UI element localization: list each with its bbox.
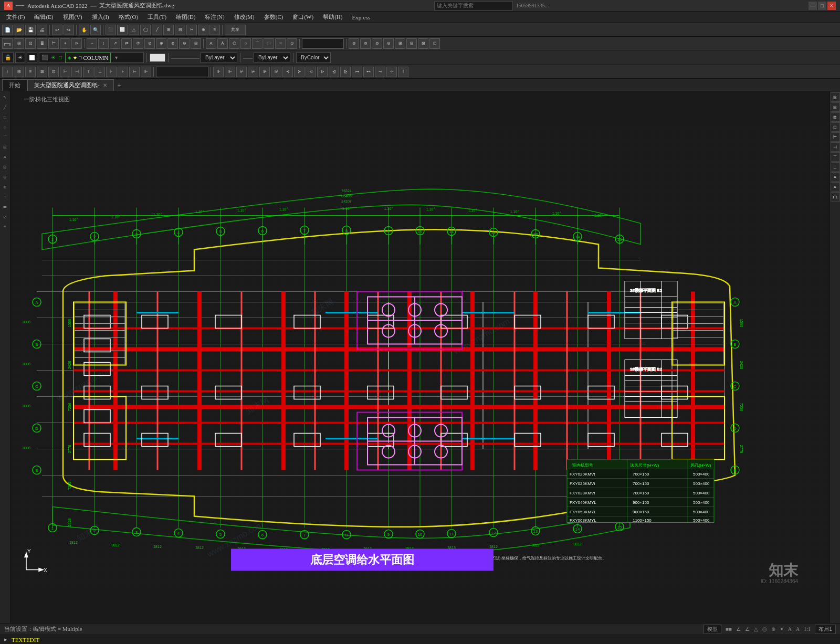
share-button[interactable]: 共享 — [225, 25, 246, 35]
tb2-btn-6[interactable]: ⌖ — [60, 38, 70, 49]
tb3-btn-23[interactable]: ⊳ — [317, 67, 328, 77]
tb2-btn-21[interactable]: ○ — [240, 38, 251, 49]
lt-btn-8[interactable]: ⊟ — [1, 162, 10, 172]
tb2-btn-7[interactable]: ⊳ — [71, 38, 82, 49]
tb3-btn-8[interactable]: ⊤ — [83, 67, 93, 77]
tb-btn-2[interactable]: ⬜ — [117, 25, 128, 35]
tb-btn-9[interactable]: ⊕ — [198, 25, 208, 35]
new-button[interactable]: 📄 — [2, 25, 13, 35]
rt-btn-2[interactable]: ⊟ — [831, 102, 840, 112]
tb-btn-5[interactable]: ╱ — [152, 25, 162, 35]
rt-btn-3[interactable]: ⊠ — [831, 112, 840, 122]
tb2-btn-2[interactable]: ⊞ — [14, 38, 24, 49]
minimize-button[interactable]: — — [808, 2, 817, 10]
menu-window[interactable]: 窗口(W) — [288, 12, 318, 22]
tb3-btn-13[interactable]: ⊩ — [141, 67, 151, 77]
tb2-btn-18[interactable]: A — [206, 38, 216, 49]
rt-btn-10[interactable]: A — [831, 182, 840, 192]
tb2-btn-26[interactable]: ⊛ — [349, 38, 359, 49]
tb3-btn-24[interactable]: ⊴ — [329, 67, 339, 77]
bylayer-lineweight[interactable]: ByLayer — [254, 52, 290, 63]
tb3-btn-28[interactable]: ⊸ — [375, 67, 385, 77]
color-swatch-white[interactable] — [150, 54, 165, 62]
tb2-btn-20[interactable]: ⌬ — [229, 38, 239, 49]
rt-btn-7[interactable]: ⊤ — [831, 152, 840, 162]
pan-button[interactable]: ✋ — [79, 25, 89, 35]
bylayer-linetype[interactable]: ByLayer — [201, 52, 237, 63]
menu-express[interactable]: Express — [348, 13, 374, 22]
tb3-btn-20[interactable]: ⊰ — [282, 67, 293, 77]
tb3-btn-16[interactable]: ⊬ — [236, 67, 247, 77]
tb-btn-8[interactable]: ✂ — [186, 25, 197, 35]
tb2-btn-25[interactable]: ⊙ — [287, 38, 297, 49]
close-button[interactable]: ✕ — [827, 2, 836, 10]
tb2-btn-30[interactable]: ⊞ — [395, 38, 405, 49]
tb2-btn-5[interactable]: ⊢ — [48, 38, 59, 49]
tb2-btn-15[interactable]: ⊗ — [167, 38, 178, 49]
rt-btn-5[interactable]: ⊢ — [831, 132, 840, 142]
lt-btn-14[interactable]: ⌖ — [1, 222, 10, 231]
rt-btn-1[interactable]: ⊞ — [831, 92, 840, 102]
tb3-btn-19[interactable]: ⊯ — [271, 67, 281, 77]
tb-btn-6[interactable]: ⊞ — [163, 25, 174, 35]
menu-annotate[interactable]: 标注(N) — [201, 12, 228, 22]
tb2-btn-13[interactable]: ⊘ — [144, 38, 155, 49]
layer-selector[interactable]: ⬛ ☀ □ ◈ ★ □ COLUMN ▼ — [39, 52, 144, 63]
plot-button[interactable]: 🖨 — [37, 25, 47, 35]
tb3-btn-18[interactable]: ⊮ — [259, 67, 270, 77]
tb3-btn-15[interactable]: ⊫ — [225, 67, 235, 77]
lt-btn-10[interactable]: ⊗ — [1, 182, 10, 192]
tb2-btn-27[interactable]: ⊚ — [360, 38, 371, 49]
menu-modify[interactable]: 修改(M) — [230, 12, 259, 22]
tb3-btn-7[interactable]: ⊣ — [71, 67, 82, 77]
tb3-btn-17[interactable]: ⊭ — [248, 67, 258, 77]
menu-params[interactable]: 参数(C) — [260, 12, 288, 22]
tb2-btn-33[interactable]: ⊡ — [429, 38, 440, 49]
tb2-btn-11[interactable]: ⇄ — [121, 38, 132, 49]
menu-file[interactable]: 文件(F) — [2, 12, 29, 22]
tb2-btn-22[interactable]: ⌒ — [252, 38, 262, 49]
menu-view[interactable]: 视图(V) — [59, 12, 87, 22]
lt-btn-9[interactable]: ⊕ — [1, 172, 10, 182]
tb2-btn-10[interactable]: ↗ — [110, 38, 120, 49]
tb-btn-1[interactable]: ⬛ — [106, 25, 116, 35]
canvas-area[interactable]: 一阶梯化三维视图 — [10, 91, 830, 623]
bycolor-dropdown[interactable]: ByColor — [296, 52, 331, 63]
lt-btn-5[interactable]: ⌒ — [1, 132, 10, 142]
rt-btn-8[interactable]: ⊥ — [831, 162, 840, 172]
tb3-btn-4[interactable]: ⊠ — [37, 67, 47, 77]
menu-tools[interactable]: 工具(T) — [143, 12, 171, 22]
tb3-btn-3[interactable]: ≡ — [25, 67, 36, 77]
tb3-btn-14[interactable]: ⊪ — [213, 67, 224, 77]
menu-insert[interactable]: 插入(I) — [88, 12, 113, 22]
property-input[interactable] — [156, 67, 208, 77]
tb-btn-3[interactable]: △ — [129, 25, 139, 35]
zoom-button[interactable]: 🔍 — [90, 25, 101, 35]
layer-color-icon[interactable] — [27, 52, 37, 63]
tb2-btn-28[interactable]: ⊜ — [372, 38, 382, 49]
tb3-btn-6[interactable]: ⊢ — [60, 67, 70, 77]
tb2-btn-9[interactable]: ↕ — [98, 38, 109, 49]
tb3-btn-29[interactable]: ⊹ — [386, 67, 397, 77]
lt-btn-12[interactable]: ⇄ — [1, 202, 10, 212]
redo-button[interactable]: ↪ — [64, 25, 74, 35]
tb3-btn-5[interactable]: ⊡ — [48, 67, 59, 77]
tb3-btn-12[interactable]: ⊨ — [129, 67, 140, 77]
tb2-btn-23[interactable]: ⬚ — [264, 38, 274, 49]
lt-btn-2[interactable]: ╱ — [1, 102, 10, 112]
rt-btn-4[interactable]: ⊡ — [831, 122, 840, 132]
tb2-btn-19[interactable]: Ā — [217, 38, 228, 49]
tb2-btn-32[interactable]: ⊠ — [418, 38, 428, 49]
search-input[interactable] — [434, 1, 513, 10]
menu-edit[interactable]: 编辑(E) — [30, 12, 57, 22]
lt-btn-6[interactable]: ⊞ — [1, 142, 10, 152]
coord-input[interactable] — [302, 38, 344, 49]
tb2-btn-3[interactable]: ⊡ — [25, 38, 36, 49]
tb2-btn-24[interactable]: ⌗ — [275, 38, 286, 49]
column-input-container[interactable]: ◈ ★ □ COLUMN — [65, 52, 111, 63]
lt-btn-3[interactable]: □ — [1, 112, 10, 122]
tb-btn-4[interactable]: ◯ — [140, 25, 151, 35]
tb3-btn-21[interactable]: ⊱ — [294, 67, 304, 77]
save-button[interactable]: 💾 — [25, 25, 36, 35]
open-button[interactable]: 📂 — [14, 25, 24, 35]
